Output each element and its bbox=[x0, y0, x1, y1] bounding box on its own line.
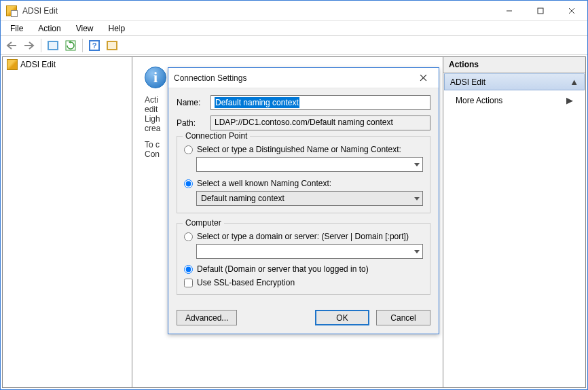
ssl-label: Use SSL-based Encryption bbox=[197, 278, 295, 287]
chevron-down-icon bbox=[414, 250, 420, 253]
connection-point-group: Connection Point Select or type a Distin… bbox=[177, 136, 430, 213]
toolbar-separator bbox=[82, 39, 83, 52]
panel-icon bbox=[48, 41, 58, 50]
cp-radio-dn-label: Select or type a Distinguished Name or N… bbox=[197, 145, 401, 154]
show-hide-tree-button[interactable] bbox=[45, 38, 61, 53]
help-icon: ? bbox=[89, 40, 100, 51]
actions-more[interactable]: More Actions ▶ bbox=[443, 91, 585, 109]
dialog-titlebar[interactable]: Connection Settings bbox=[168, 68, 439, 88]
back-button[interactable] bbox=[3, 38, 20, 53]
chevron-down-icon bbox=[414, 197, 420, 200]
dialog-close-button[interactable] bbox=[413, 68, 433, 88]
app-icon bbox=[6, 5, 17, 16]
tree-root-label: ADSI Edit bbox=[20, 60, 56, 69]
help-button[interactable]: ? bbox=[86, 38, 103, 53]
actions-group-label: ADSI Edit bbox=[450, 77, 485, 87]
actions-pane: Actions ADSI Edit ▲ More Actions ▶ bbox=[443, 56, 586, 388]
connection-settings-dialog: Connection Settings Name: Default naming… bbox=[168, 67, 439, 334]
show-hide-action-pane-button[interactable] bbox=[104, 38, 120, 53]
toolbar-separator bbox=[41, 39, 41, 52]
cp-dn-combo[interactable] bbox=[196, 157, 423, 172]
cp-wellknown-value: Default naming context bbox=[201, 194, 284, 203]
path-label: Path: bbox=[177, 118, 205, 128]
comp-server-combo[interactable] bbox=[196, 244, 423, 259]
maximize-button[interactable] bbox=[525, 1, 556, 21]
menu-action[interactable]: Action bbox=[31, 22, 67, 35]
path-value: LDAP://DC1.contoso.com/Default naming co… bbox=[215, 118, 393, 127]
comp-radio-server-label: Select or type a domain or server: (Serv… bbox=[197, 232, 409, 241]
computer-group: Computer Select or type a domain or serv… bbox=[177, 223, 430, 295]
submenu-icon: ▶ bbox=[566, 95, 573, 105]
cp-wellknown-combo[interactable]: Default naming context bbox=[196, 191, 423, 206]
name-label: Name: bbox=[177, 98, 205, 107]
tree-root[interactable]: ADSI Edit bbox=[3, 57, 132, 72]
forward-button[interactable] bbox=[21, 38, 37, 53]
cp-radio-dn[interactable] bbox=[184, 145, 193, 154]
dialog-title: Connection Settings bbox=[174, 73, 413, 83]
comp-radio-default-label: Default (Domain or server that you logge… bbox=[197, 264, 369, 274]
close-button[interactable] bbox=[556, 1, 587, 21]
minimize-button[interactable] bbox=[494, 1, 525, 21]
path-input: LDAP://DC1.contoso.com/Default naming co… bbox=[210, 116, 430, 130]
comp-radio-server[interactable] bbox=[184, 232, 193, 241]
adsi-icon bbox=[7, 59, 18, 70]
svg-rect-0 bbox=[538, 8, 543, 14]
collapse-icon: ▲ bbox=[570, 77, 578, 87]
ok-button[interactable]: OK bbox=[315, 310, 369, 325]
tree-pane[interactable]: ADSI Edit bbox=[2, 56, 132, 388]
refresh-button[interactable] bbox=[62, 38, 79, 53]
menu-view[interactable]: View bbox=[69, 22, 100, 35]
connection-point-legend: Connection Point bbox=[183, 131, 250, 141]
titlebar: ADSI Edit bbox=[1, 1, 587, 21]
window-title: ADSI Edit bbox=[21, 6, 58, 16]
cp-radio-wellknown-label: Select a well known Naming Context: bbox=[197, 179, 331, 188]
ssl-checkbox[interactable] bbox=[184, 279, 193, 287]
actions-header: Actions bbox=[443, 57, 585, 73]
comp-radio-default[interactable] bbox=[184, 265, 193, 274]
computer-legend: Computer bbox=[183, 218, 224, 228]
cp-radio-wellknown[interactable] bbox=[184, 179, 193, 188]
cancel-button[interactable]: Cancel bbox=[376, 310, 430, 325]
name-input[interactable]: Default naming context bbox=[210, 95, 430, 110]
menu-help[interactable]: Help bbox=[102, 22, 132, 35]
name-value: Default naming context bbox=[215, 97, 299, 108]
info-icon: i bbox=[145, 67, 166, 88]
menu-file[interactable]: File bbox=[3, 22, 30, 35]
panel-icon bbox=[107, 41, 117, 50]
actions-group[interactable]: ADSI Edit ▲ bbox=[444, 73, 585, 90]
chevron-down-icon bbox=[414, 163, 420, 166]
actions-more-label: More Actions bbox=[456, 96, 502, 105]
toolbar: ? bbox=[1, 36, 587, 55]
advanced-button[interactable]: Advanced... bbox=[177, 310, 237, 325]
menubar: File Action View Help bbox=[1, 21, 587, 36]
